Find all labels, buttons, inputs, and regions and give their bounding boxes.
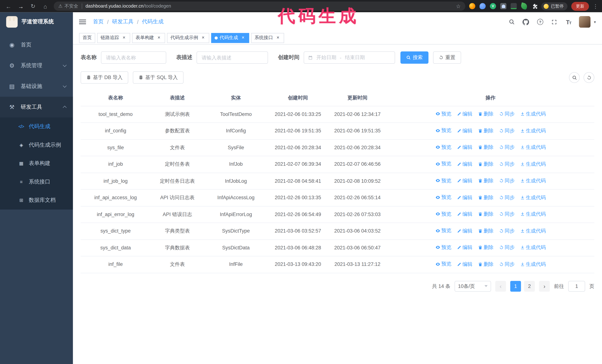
delete-action-link[interactable]: 删除	[478, 260, 494, 268]
edit-action-link[interactable]: 编辑	[457, 227, 472, 235]
generate-code-action-link[interactable]: 生成代码	[520, 144, 546, 151]
breadcrumb-item[interactable]: 代码生成	[142, 18, 163, 25]
refresh-table-button[interactable]	[584, 72, 594, 83]
import-sql-button[interactable]: 基于 SQL 导入	[133, 72, 183, 84]
edit-action-link[interactable]: 编辑	[457, 177, 472, 185]
sync-action-link[interactable]: 同步	[499, 244, 515, 251]
sync-action-link[interactable]: 同步	[499, 260, 515, 268]
forward-icon[interactable]: →	[16, 1, 25, 11]
vue-devtools-extension-icon[interactable]	[490, 3, 496, 9]
back-icon[interactable]: ←	[4, 1, 13, 11]
user-avatar[interactable]	[579, 16, 591, 28]
page-number-button[interactable]: 2	[524, 281, 535, 291]
search-button[interactable]: 搜索	[400, 52, 429, 64]
tab-close-icon[interactable]: ×	[156, 35, 162, 41]
delete-action-link[interactable]: 删除	[478, 194, 494, 201]
preview-action-link[interactable]: 预览	[435, 260, 451, 268]
delete-action-link[interactable]: 删除	[478, 110, 494, 118]
generate-code-action-link[interactable]: 生成代码	[520, 127, 546, 135]
generate-code-action-link[interactable]: 生成代码	[520, 260, 546, 268]
edit-action-link[interactable]: 编辑	[457, 244, 472, 251]
breadcrumb-item[interactable]: 研发工具	[112, 18, 134, 25]
page-number-button[interactable]: 1	[510, 281, 521, 291]
edit-action-link[interactable]: 编辑	[457, 160, 472, 168]
show-search-button[interactable]	[569, 72, 580, 83]
sidebar-submenu-item[interactable]: </>代码生成	[0, 117, 73, 136]
tab-item[interactable]: 链路追踪×	[97, 33, 130, 43]
table-desc-input[interactable]	[196, 52, 268, 64]
generate-code-action-link[interactable]: 生成代码	[520, 244, 546, 251]
extensions-puzzle-icon[interactable]	[531, 3, 538, 9]
delete-action-link[interactable]: 删除	[478, 177, 494, 185]
delete-action-link[interactable]: 删除	[478, 227, 494, 235]
browser-menu-icon[interactable]: ⋮	[593, 3, 598, 9]
breadcrumb-item[interactable]: 首页	[93, 18, 104, 25]
edit-action-link[interactable]: 编辑	[457, 260, 472, 268]
preview-action-link[interactable]: 预览	[435, 210, 451, 218]
sidebar-menu-item[interactable]: ⚒研发工具	[0, 97, 73, 117]
goto-page-input[interactable]	[568, 281, 585, 291]
sidebar-toggle-icon[interactable]	[79, 21, 86, 22]
reload-icon[interactable]: ↻	[28, 1, 38, 11]
preview-action-link[interactable]: 预览	[435, 177, 451, 184]
edit-action-link[interactable]: 编辑	[457, 127, 472, 135]
sidebar-logo[interactable]: 芋道管理系统	[0, 12, 73, 31]
date-range-picker[interactable]: 开始日期 - 结束日期	[304, 52, 395, 64]
tab-active[interactable]: 代码生成×	[211, 33, 249, 43]
next-page-button[interactable]: ›	[539, 281, 550, 291]
generate-code-action-link[interactable]: 生成代码	[520, 227, 546, 235]
github-icon[interactable]	[522, 18, 530, 26]
tab-item[interactable]: 系统接口×	[251, 33, 284, 43]
sidebar-submenu-item[interactable]: ≡系统接口	[0, 173, 73, 191]
bookmark-star-icon[interactable]: ☆	[456, 3, 461, 9]
profile-paused-badge[interactable]: 已暂停	[541, 2, 568, 10]
screenshot-extension-icon[interactable]	[511, 3, 517, 9]
tab-item[interactable]: 代码生成示例×	[167, 33, 209, 43]
delete-action-link[interactable]: 删除	[478, 127, 494, 135]
delete-action-link[interactable]: 删除	[478, 144, 494, 151]
tab-close-icon[interactable]: ×	[121, 35, 127, 41]
preview-action-link[interactable]: 预览	[435, 143, 451, 151]
generate-code-action-link[interactable]: 生成代码	[520, 177, 546, 185]
sync-action-link[interactable]: 同步	[499, 177, 515, 185]
import-db-button[interactable]: 基于 DB 导入	[81, 72, 128, 84]
question-icon[interactable]: ?	[536, 18, 544, 26]
tab-close-icon[interactable]: ×	[200, 35, 206, 41]
preview-action-link[interactable]: 预览	[435, 160, 451, 167]
edit-action-link[interactable]: 编辑	[457, 144, 472, 151]
chevron-down-icon[interactable]: ▾	[594, 20, 596, 24]
delete-action-link[interactable]: 删除	[478, 244, 494, 251]
table-name-input[interactable]	[101, 52, 166, 64]
tab-item[interactable]: 表单构建×	[132, 33, 165, 43]
edit-action-link[interactable]: 编辑	[457, 110, 472, 118]
edit-action-link[interactable]: 编辑	[457, 210, 472, 218]
sync-action-link[interactable]: 同步	[499, 110, 515, 118]
sidebar-menu-item[interactable]: ▤基础设施	[0, 76, 73, 97]
sync-action-link[interactable]: 同步	[499, 160, 515, 168]
sync-action-link[interactable]: 同步	[499, 127, 515, 135]
preview-action-link[interactable]: 预览	[435, 194, 451, 201]
sidebar-menu-item[interactable]: ⚙系统管理	[0, 55, 73, 76]
home-icon[interactable]: ⌂	[41, 1, 50, 11]
generate-code-action-link[interactable]: 生成代码	[520, 210, 546, 218]
sync-action-link[interactable]: 同步	[499, 144, 515, 151]
tab-close-icon[interactable]: ×	[275, 35, 281, 41]
reset-button[interactable]: 重置	[433, 52, 461, 64]
sidebar-submenu-item[interactable]: ◈代码生成示例	[0, 136, 73, 154]
address-bar[interactable]: ⚠ 不安全 dashboard.yudao.iocoder.cn /tool/c…	[54, 1, 465, 11]
preview-action-link[interactable]: 预览	[435, 127, 451, 134]
sync-action-link[interactable]: 同步	[499, 227, 515, 235]
sidebar-menu-item[interactable]: ◉首页	[0, 35, 73, 55]
leaf-extension-icon[interactable]	[520, 2, 528, 10]
colorpick-extension-icon[interactable]	[480, 3, 486, 9]
browser-update-button[interactable]: 更新	[571, 2, 589, 10]
tab-close-icon[interactable]: ×	[240, 35, 246, 41]
generate-code-action-link[interactable]: 生成代码	[520, 110, 546, 118]
preview-action-link[interactable]: 预览	[435, 243, 451, 251]
preview-action-link[interactable]: 预览	[435, 110, 451, 118]
sync-action-link[interactable]: 同步	[499, 210, 515, 218]
tab-item[interactable]: 首页	[79, 33, 95, 43]
page-size-select[interactable]: 10条/页	[455, 281, 491, 291]
fullscreen-icon[interactable]	[550, 18, 558, 26]
contacts-extension-icon[interactable]	[500, 3, 506, 9]
